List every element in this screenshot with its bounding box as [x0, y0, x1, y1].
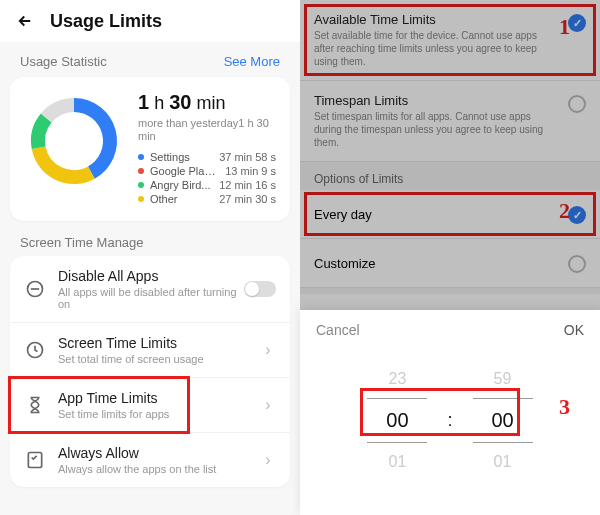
svg-rect-3: [28, 453, 41, 468]
hour-wheel[interactable]: 23 00 01: [367, 360, 427, 481]
see-more-link[interactable]: See More: [224, 54, 280, 69]
legend-row: Settings37 min 58 s: [138, 151, 276, 163]
customize-option[interactable]: Customize: [300, 239, 600, 288]
app-time-limits[interactable]: App Time Limits Set time limits for apps…: [10, 378, 290, 433]
timespan-limits-option[interactable]: Timespan Limits Set timespan limits for …: [300, 81, 600, 162]
left-pane: Usage Limits Usage Statistic See More 1 …: [0, 0, 300, 515]
every-day-option[interactable]: Every day 2: [300, 190, 600, 239]
ok-button[interactable]: OK: [564, 322, 584, 338]
hourglass-icon: [24, 394, 46, 416]
chevron-right-icon: ›: [260, 397, 276, 413]
available-time-limits-option[interactable]: Available Time Limits Set available time…: [300, 0, 600, 81]
time-separator: :: [447, 410, 452, 431]
chevron-right-icon: ›: [260, 452, 276, 468]
radio-unchecked-icon[interactable]: [568, 255, 586, 273]
back-icon[interactable]: [14, 10, 36, 32]
comparison-text: more than yesterday1 h 30 min: [138, 117, 276, 143]
disable-all-apps[interactable]: Disable All Apps All apps will be disabl…: [10, 256, 290, 323]
usage-card: 1 h 30 min more than yesterday1 h 30 min…: [10, 77, 290, 221]
always-allow[interactable]: Always Allow Always allow the apps on th…: [10, 433, 290, 487]
legend-row: Angry Bird...12 min 16 s: [138, 179, 276, 191]
checklist-icon: [24, 449, 46, 471]
radio-checked-icon[interactable]: [568, 14, 586, 32]
page-title: Usage Limits: [50, 11, 162, 32]
screen-time-limits[interactable]: Screen Time Limits Set total time of scr…: [10, 323, 290, 378]
right-pane: Available Time Limits Set available time…: [300, 0, 600, 515]
disable-toggle[interactable]: [244, 281, 276, 297]
disable-icon: [24, 278, 46, 300]
usage-section-title: Usage Statistic: [20, 54, 107, 69]
clock-icon: [24, 339, 46, 361]
radio-checked-icon[interactable]: [568, 206, 586, 224]
radio-unchecked-icon[interactable]: [568, 95, 586, 113]
donut-chart: [24, 91, 124, 191]
manage-card: Disable All Apps All apps will be disabl…: [10, 256, 290, 487]
chevron-right-icon: ›: [260, 342, 276, 358]
annotation-3: 3: [559, 394, 570, 420]
legend-row: Google Play ...13 min 9 s: [138, 165, 276, 177]
header: Usage Limits: [0, 0, 300, 42]
annotation-2: 2: [559, 198, 570, 224]
options-of-limits-header: Options of Limits: [300, 162, 600, 190]
time-picker: Cancel OK 23 00 01 : 59 00 01 3: [300, 310, 600, 515]
legend-row: Other27 min 30 s: [138, 193, 276, 205]
minute-wheel[interactable]: 59 00 01: [473, 360, 533, 481]
annotation-1: 1: [559, 14, 570, 40]
cancel-button[interactable]: Cancel: [316, 322, 360, 338]
usage-section-header: Usage Statistic See More: [0, 42, 300, 77]
manage-section-title: Screen Time Manage: [0, 235, 300, 256]
legend: Settings37 min 58 sGoogle Play ...13 min…: [138, 151, 276, 205]
total-time: 1 h 30 min: [138, 91, 276, 114]
